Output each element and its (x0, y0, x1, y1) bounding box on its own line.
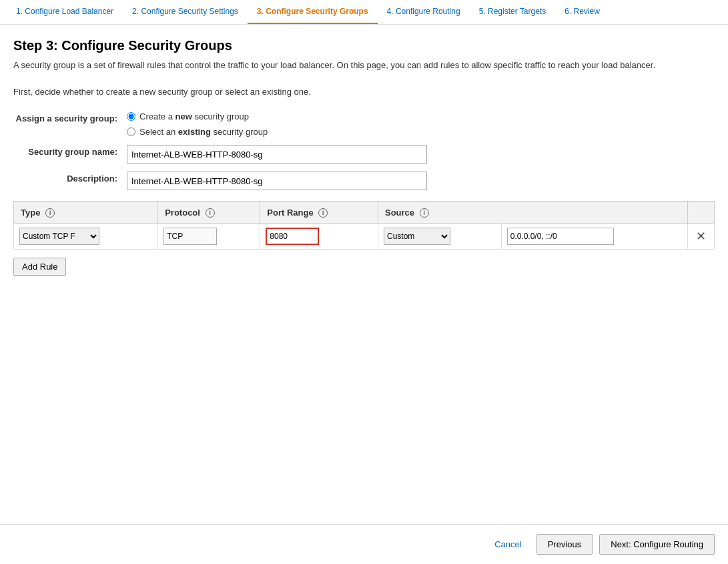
wizard-nav: 1. Configure Load Balancer 2. Configure … (0, 0, 728, 25)
page-title: Step 3: Configure Security Groups (13, 38, 715, 53)
port-info-icon[interactable]: i (318, 208, 328, 218)
source-select[interactable]: Custom Anywhere My IP (384, 228, 450, 245)
add-rule-button[interactable]: Add Rule (13, 258, 66, 276)
cancel-button[interactable]: Cancel (486, 535, 529, 553)
description-input[interactable] (127, 172, 427, 190)
rules-table: Type i Protocol i Port Range i Source i (13, 201, 715, 250)
assign-sg-label: Assign a security group: (13, 111, 127, 123)
next-button[interactable]: Next: Configure Routing (599, 534, 715, 555)
protocol-input (163, 228, 217, 245)
wizard-step-2[interactable]: 2. Configure Security Settings (123, 0, 248, 24)
delete-cell: ✕ (688, 224, 715, 250)
protocol-info-icon[interactable]: i (206, 208, 215, 218)
wizard-step-1[interactable]: 1. Configure Load Balancer (7, 0, 123, 24)
rules-table-body: Custom TCP F Custom Anywhere My IP (14, 224, 715, 250)
type-info-icon[interactable]: i (45, 208, 55, 218)
type-select[interactable]: Custom TCP F (19, 228, 99, 245)
rules-table-header: Type i Protocol i Port Range i Source i (14, 202, 715, 224)
table-row: Custom TCP F Custom Anywhere My IP (14, 224, 715, 250)
footer: Cancel Previous Next: Configure Routing (0, 524, 728, 564)
col-source: Source i (378, 202, 687, 224)
description-row: Description: (13, 172, 715, 190)
port-input[interactable] (266, 228, 319, 245)
previous-button[interactable]: Previous (536, 534, 593, 555)
radio-new-input[interactable] (127, 112, 135, 121)
sg-name-row: Security group name: (13, 145, 715, 164)
cidr-input[interactable] (507, 228, 614, 245)
assign-sg-options: Create a new security group Select an ex… (127, 111, 268, 137)
page-description-line2: First, decide whether to create a new se… (13, 85, 715, 99)
assign-sg-row: Assign a security group: Create a new se… (13, 111, 715, 137)
radio-existing-text: Select an existing security group (139, 127, 268, 137)
sg-name-input[interactable] (127, 145, 427, 164)
col-delete (688, 202, 715, 224)
page-content: Step 3: Configure Security Groups A secu… (0, 25, 728, 329)
delete-rule-button[interactable]: ✕ (693, 229, 709, 244)
radio-existing-label[interactable]: Select an existing security group (127, 127, 268, 137)
sg-name-label: Security group name: (13, 145, 127, 157)
radio-new-label[interactable]: Create a new security group (127, 111, 268, 121)
source-select-cell: Custom Anywhere My IP (378, 224, 501, 250)
page-description-line1: A security group is a set of firewall ru… (13, 59, 715, 72)
wizard-step-4[interactable]: 4. Configure Routing (378, 0, 470, 24)
col-protocol: Protocol i (158, 202, 260, 224)
source-info-icon[interactable]: i (420, 208, 429, 218)
radio-existing-input[interactable] (127, 127, 135, 136)
wizard-step-5[interactable]: 5. Register Targets (470, 0, 556, 24)
port-cell (260, 224, 378, 250)
wizard-step-3[interactable]: 3. Configure Security Groups (248, 0, 378, 24)
cidr-cell (501, 224, 687, 250)
col-type: Type i (14, 202, 158, 224)
description-label: Description: (13, 172, 127, 184)
protocol-cell (158, 224, 260, 250)
wizard-step-6[interactable]: 6. Review (555, 0, 609, 24)
type-cell: Custom TCP F (14, 224, 158, 250)
radio-new-text: Create a new security group (139, 111, 249, 121)
col-port-range: Port Range i (260, 202, 378, 224)
